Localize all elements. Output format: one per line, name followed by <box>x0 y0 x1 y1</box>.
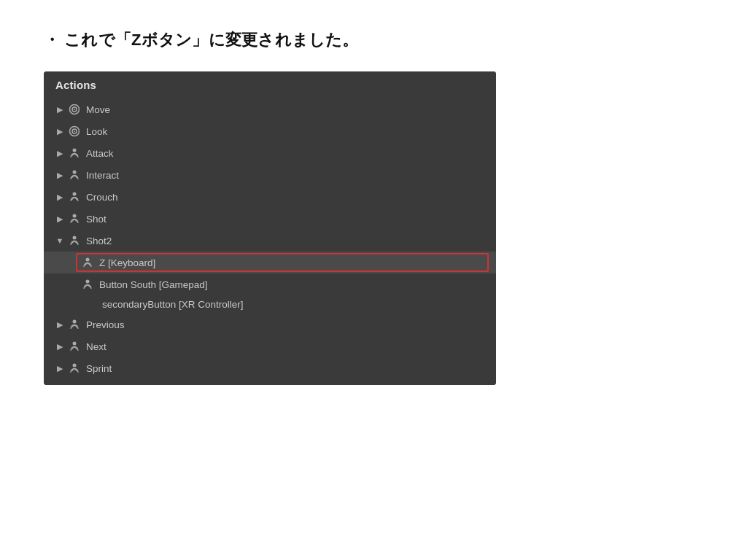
person-icon-crouch <box>67 190 82 204</box>
person-icon-sprint <box>67 361 82 376</box>
svg-point-6 <box>73 149 77 152</box>
arrow-shot2: ▼ <box>54 236 66 245</box>
arrow-attack: ▶ <box>54 149 66 158</box>
person-icon-z-keyboard <box>80 255 95 270</box>
action-label-attack: Attack <box>86 148 114 159</box>
person-icon-interact <box>67 168 82 182</box>
action-row-crouch[interactable]: ▶ Crouch <box>44 186 496 208</box>
person-icon-shot2 <box>67 233 82 248</box>
label-button-south: Button South [Gamepad] <box>99 279 208 290</box>
label-secondary-button: secondaryButton [XR Controller] <box>102 299 244 310</box>
svg-point-30 <box>73 342 77 346</box>
action-row-shot2[interactable]: ▼ Shot2 <box>44 230 496 252</box>
action-row-interact[interactable]: ▶ Interact <box>44 164 496 186</box>
arrow-interact: ▶ <box>54 171 66 180</box>
action-row-sprint[interactable]: ▶ Sprint <box>44 357 496 379</box>
sub-row-button-south[interactable]: Button South [Gamepad] <box>44 273 496 295</box>
actions-panel: Actions ▶ Move ▶ <box>44 71 496 385</box>
person-icon-next <box>67 339 82 354</box>
sub-row-z-keyboard[interactable]: Z [Keyboard] <box>44 252 496 273</box>
svg-point-24 <box>86 280 90 284</box>
target-icon-move <box>67 102 82 117</box>
action-row-shot[interactable]: ▶ Shot <box>44 208 496 230</box>
svg-point-12 <box>73 192 77 196</box>
action-label-shot: Shot <box>86 214 107 225</box>
person-icon-previous <box>67 317 82 332</box>
arrow-sprint: ▶ <box>54 364 66 373</box>
action-label-sprint: Sprint <box>86 363 112 374</box>
action-label-shot2: Shot2 <box>86 236 112 246</box>
action-row-next[interactable]: ▶ Next <box>44 335 496 357</box>
arrow-crouch: ▶ <box>54 192 66 202</box>
action-row-previous[interactable]: ▶ Previous <box>44 314 496 335</box>
person-icon-attack <box>67 146 82 160</box>
bullet: ・ <box>44 31 60 49</box>
svg-point-15 <box>73 214 77 218</box>
panel-title: Actions <box>44 71 496 98</box>
svg-point-9 <box>73 171 77 174</box>
action-row-attack[interactable]: ▶ Attack <box>44 142 496 164</box>
action-row-move[interactable]: ▶ Move <box>44 98 496 120</box>
arrow-previous: ▶ <box>54 320 66 330</box>
svg-point-5 <box>74 131 75 132</box>
target-icon-look <box>67 124 82 139</box>
svg-point-18 <box>73 236 77 240</box>
arrow-shot: ▶ <box>54 214 66 224</box>
person-icon-shot <box>67 211 82 226</box>
action-label-interact: Interact <box>86 170 119 181</box>
svg-point-21 <box>86 258 90 262</box>
arrow-next: ▶ <box>54 342 66 351</box>
action-list: ▶ Move ▶ Look <box>44 98 496 385</box>
action-label-look: Look <box>86 126 107 137</box>
header-text: ・これで「Zボタン」に変更されました。 <box>44 29 359 51</box>
svg-point-2 <box>74 109 75 110</box>
person-icon-button-south <box>80 277 95 292</box>
svg-point-27 <box>73 320 77 324</box>
action-label-next: Next <box>86 341 107 352</box>
arrow-look: ▶ <box>54 127 66 136</box>
sub-row-secondary-button[interactable]: secondaryButton [XR Controller] <box>44 295 496 314</box>
arrow-move: ▶ <box>54 105 66 114</box>
action-label-move: Move <box>86 104 110 115</box>
action-label-crouch: Crouch <box>86 192 118 203</box>
label-z-keyboard: Z [Keyboard] <box>99 257 155 268</box>
action-row-look[interactable]: ▶ Look <box>44 120 496 142</box>
svg-point-33 <box>73 364 77 368</box>
action-label-previous: Previous <box>86 319 125 330</box>
